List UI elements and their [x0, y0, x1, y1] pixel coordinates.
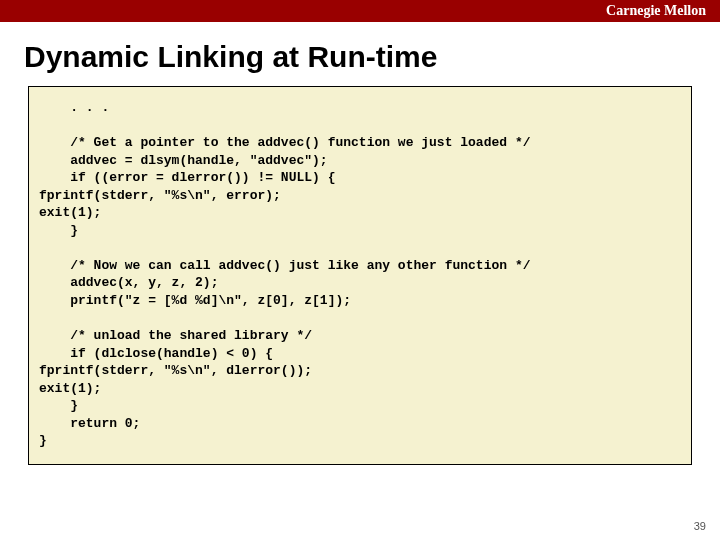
- header-bar: Carnegie Mellon: [0, 0, 720, 22]
- page-number: 39: [694, 520, 706, 532]
- brand-label: Carnegie Mellon: [606, 3, 706, 19]
- code-block: . . . /* Get a pointer to the addvec() f…: [28, 86, 692, 465]
- code-content: . . . /* Get a pointer to the addvec() f…: [39, 99, 681, 450]
- slide-title: Dynamic Linking at Run-time: [0, 22, 720, 86]
